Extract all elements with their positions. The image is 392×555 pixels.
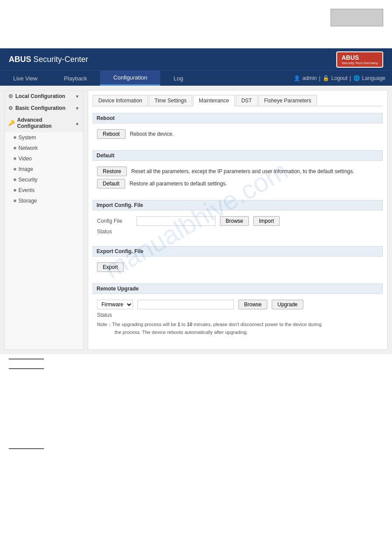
nav-logout[interactable]: Logout [331, 75, 348, 81]
tab-time-settings[interactable]: Time Settings [149, 95, 192, 106]
import-status-row: Status [97, 229, 378, 235]
sidebar-advanced-config[interactable]: 🔑 Advanced Configuration ▲ [5, 114, 83, 132]
import-status-label: Status [97, 229, 132, 235]
config-file-input[interactable] [137, 216, 216, 226]
sidebar-item-video[interactable]: Video [5, 153, 83, 164]
firmware-select[interactable]: Firmware [97, 300, 133, 309]
key-icon: 🔑 [8, 120, 15, 126]
nav-configuration[interactable]: Configuration [100, 71, 160, 86]
sidebar-events-label: Events [18, 187, 35, 193]
config-browse-button[interactable]: Browse [220, 216, 249, 226]
default-button[interactable]: Default [97, 179, 125, 189]
import-config-header: Import Config. File [93, 200, 383, 210]
sidebar-item-system[interactable]: System [5, 132, 83, 143]
dot-icon [14, 189, 16, 192]
default-description: Restore all parameters to default settin… [129, 181, 227, 187]
logo-sub: Security Tech Germany [342, 61, 378, 65]
default-row: Default Restore all parameters to defaul… [97, 179, 378, 189]
tab-fisheye-parameters[interactable]: Fisheye Parameters [259, 95, 317, 106]
sidebar-local-config[interactable]: ⚙ Local Configuration ▼ [5, 91, 83, 102]
sidebar-basic-config[interactable]: ⚙ Basic Configuration ▼ [5, 102, 83, 114]
content-outer: ⚙ Local Configuration ▼ ⚙ Basic Configur… [0, 86, 392, 354]
note-line2: the process. The device reboots automati… [115, 330, 248, 335]
nav-language-icon: 🌐 [353, 75, 360, 81]
footer-link-1 [9, 359, 44, 359]
config-file-row: Config File Browse Import [97, 216, 378, 226]
export-config-section: Export Config. File Export [93, 246, 383, 277]
chevron-down-icon2: ▼ [75, 106, 79, 111]
dot-icon [14, 178, 16, 181]
default-section: Default Restore Reset all the parameters… [93, 150, 383, 193]
upgrade-browse-button[interactable]: Browse [238, 300, 267, 309]
footer-link-2 [9, 368, 44, 369]
footer-link-3 [9, 448, 44, 449]
nav-sep1: | [319, 75, 320, 81]
dot-icon [14, 200, 16, 202]
config-import-button[interactable]: Import [253, 216, 280, 226]
header-title-bold: ABUS [9, 55, 31, 64]
remote-upgrade-section: Remote Upgrade Firmware Browse Upgrade S… [93, 283, 383, 338]
sidebar-item-storage[interactable]: Storage [5, 196, 83, 206]
nav-right: 👤 admin | 🔓 Logout | 🌐 Language [294, 75, 392, 81]
top-bar [0, 0, 392, 48]
upgrade-status-label: Status [97, 312, 132, 318]
sidebar-item-network[interactable]: Network [5, 143, 83, 153]
export-config-body: Export [93, 260, 383, 277]
sidebar-system-label: System [18, 134, 36, 141]
nav-logout-icon: 🔓 [323, 75, 329, 81]
header: ABUS Security-Center ABUS Security Tech … [0, 48, 392, 70]
import-config-body: Config File Browse Import Status [93, 214, 383, 239]
chevron-up-icon: ▲ [75, 121, 79, 126]
sidebar-storage-label: Storage [18, 198, 37, 204]
upgrade-button[interactable]: Upgrade [272, 300, 303, 309]
advanced-config-label: Advanced Configuration [17, 117, 73, 129]
main-panel: Device Information Time Settings Mainten… [88, 90, 388, 350]
restore-row: Restore Reset all the parameters, except… [97, 167, 378, 176]
reboot-button[interactable]: Reboot [97, 129, 126, 139]
nav-user: admin [302, 75, 317, 81]
reboot-section: Reboot Reboot Reboot the device. [93, 113, 383, 144]
note-bold2: 10 [187, 322, 192, 327]
restore-button[interactable]: Restore [97, 167, 127, 176]
reboot-header: Reboot [93, 113, 383, 123]
tab-device-information[interactable]: Device Information [93, 95, 148, 106]
sidebar-item-security[interactable]: Security [5, 174, 83, 185]
logo-text: ABUS [342, 54, 378, 61]
upgrade-note: Note：The upgrading process will be 1 to … [97, 321, 378, 336]
nav-live-view[interactable]: Live View [0, 72, 50, 85]
export-button[interactable]: Export [97, 262, 124, 272]
header-title: ABUS Security-Center [9, 55, 336, 64]
sidebar-security-label: Security [18, 177, 37, 183]
nav-user-icon: 👤 [294, 75, 300, 81]
local-config-label: Local Configuration [15, 93, 73, 99]
firmware-file-input[interactable] [137, 300, 234, 309]
sidebar-item-events[interactable]: Events [5, 185, 83, 196]
basic-config-icon: ⚙ [8, 105, 13, 111]
dot-icon [14, 168, 16, 170]
reboot-row: Reboot Reboot the device. [97, 129, 378, 139]
nav-sep2: | [349, 75, 351, 81]
abus-logo: ABUS Security Tech Germany [336, 51, 383, 68]
config-file-label: Config File [97, 218, 132, 224]
dot-icon [14, 157, 16, 160]
main-nav: Live View Playback Configuration Log 👤 a… [0, 70, 392, 86]
nav-playback[interactable]: Playback [50, 72, 100, 85]
restore-description: Reset all the parameters, except the IP … [131, 168, 354, 174]
header-title-rest: Security-Center [31, 55, 88, 64]
remote-upgrade-header: Remote Upgrade [93, 283, 383, 294]
nav-log[interactable]: Log [160, 72, 196, 85]
nav-language[interactable]: Language [362, 75, 385, 81]
reboot-body: Reboot Reboot the device. [93, 127, 383, 144]
export-row: Export [97, 262, 378, 272]
sidebar-item-image[interactable]: Image [5, 164, 83, 174]
tab-dst[interactable]: DST [236, 95, 258, 106]
content-wrapper: ⚙ Local Configuration ▼ ⚙ Basic Configur… [0, 86, 392, 354]
tab-maintenance[interactable]: Maintenance [193, 95, 235, 106]
sidebar-network-label: Network [18, 145, 38, 151]
sidebar: ⚙ Local Configuration ▼ ⚙ Basic Configur… [4, 90, 83, 350]
basic-config-label: Basic Configuration [15, 105, 73, 111]
top-right-box [331, 9, 383, 26]
sidebar-image-label: Image [18, 166, 33, 172]
default-body: Restore Reset all the parameters, except… [93, 164, 383, 193]
settings-icon: ⚙ [8, 93, 13, 99]
